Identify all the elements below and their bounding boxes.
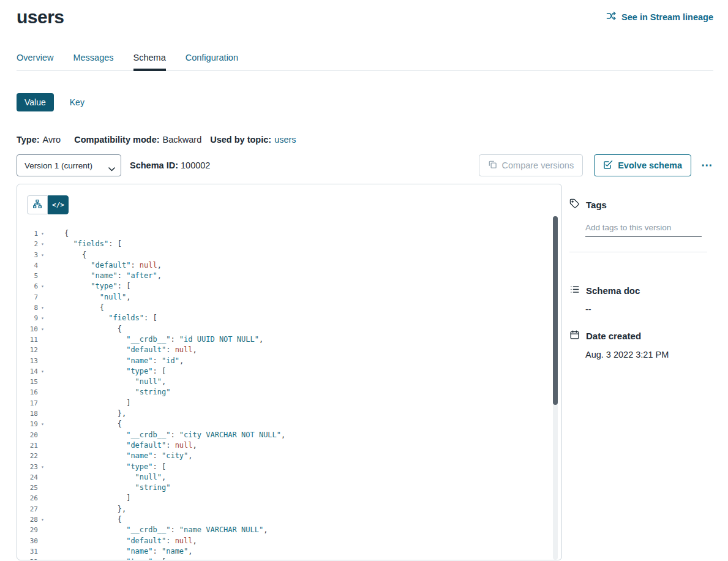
fold-spacer: [38, 546, 47, 557]
code-line: 16 "string": [17, 387, 561, 397]
code-line: 29 "__crdb__": "name VARCHAR NULL",: [17, 525, 561, 535]
code-line: 3▾ {: [17, 250, 561, 260]
date-created-value: Aug. 3 2022 3:21 PM: [585, 350, 711, 360]
value-toggle-button[interactable]: Value: [17, 93, 54, 111]
overflow-menu-button[interactable]: ⋯: [701, 154, 713, 176]
line-number: 28: [17, 514, 38, 525]
code-scrollbar[interactable]: [553, 216, 558, 560]
fold-toggle-icon[interactable]: ▾: [38, 303, 47, 313]
tab-configuration[interactable]: Configuration: [186, 53, 238, 70]
tags-section: Tags: [569, 198, 711, 252]
code-text: "name": "after",: [47, 271, 162, 281]
code-text: "fields": [: [47, 313, 157, 323]
tab-bar: Overview Messages Schema Configuration: [17, 53, 713, 70]
fold-toggle-icon[interactable]: ▾: [38, 228, 47, 239]
code-text: "__crdb__": "id UUID NOT NULL",: [47, 334, 263, 345]
code-text: {: [47, 324, 122, 334]
fold-spacer: [38, 377, 47, 387]
code-line: 6▾ "type": [: [17, 281, 561, 292]
code-line: 20 "__crdb__": "city VARCHAR NOT NULL",: [17, 430, 561, 440]
code-text: "default": null,: [47, 536, 197, 546]
compare-versions-label: Compare versions: [502, 160, 574, 170]
tags-header: Tags: [569, 198, 711, 211]
date-created-section: Date created Aug. 3 2022 3:21 PM: [569, 329, 711, 360]
line-number: 29: [17, 525, 38, 535]
line-number: 27: [17, 504, 38, 514]
code-text: "name": "id",: [47, 356, 184, 366]
code-view-button[interactable]: </>: [48, 195, 69, 214]
line-number: 5: [17, 271, 38, 281]
code-body: 1▾{2▾ "fields": [3▾ {4 "default": null,5…: [17, 216, 561, 560]
code-text: "name": "city",: [47, 451, 193, 461]
stream-lineage-link[interactable]: See in Stream lineage: [606, 11, 713, 23]
code-line: 11 "__crdb__": "id UUID NOT NULL",: [17, 334, 561, 345]
fold-toggle-icon[interactable]: ▾: [38, 281, 47, 292]
fold-toggle-icon[interactable]: ▾: [38, 419, 47, 429]
fold-spacer: [38, 387, 47, 397]
code-text: "type": [: [47, 557, 166, 560]
fold-spacer: [38, 345, 47, 355]
fold-toggle-icon[interactable]: ▾: [38, 239, 47, 249]
code-text: ]: [47, 493, 130, 503]
fold-toggle-icon[interactable]: ▾: [38, 514, 47, 525]
compare-versions-icon: [488, 160, 497, 171]
tag-icon: [569, 198, 580, 211]
fold-spacer: [38, 292, 47, 303]
schema-doc-section: Schema doc --: [569, 284, 711, 314]
code-line: 13 "name": "id",: [17, 356, 561, 366]
code-line: 22 "name": "city",: [17, 451, 561, 461]
fold-spacer: [38, 409, 47, 419]
version-select[interactable]: Version 1 (current): [17, 154, 121, 176]
fold-spacer: [38, 472, 47, 483]
fold-toggle-icon[interactable]: ▾: [38, 324, 47, 334]
code-text: },: [47, 409, 126, 419]
schema-doc-title: Schema doc: [586, 285, 640, 296]
stream-lineage-label: See in Stream lineage: [621, 12, 713, 22]
type-label: Type:: [17, 135, 40, 145]
line-number: 1: [17, 228, 38, 239]
code-view-toggle: </>: [27, 195, 69, 214]
fold-toggle-icon[interactable]: ▾: [38, 462, 47, 472]
code-line: 2▾ "fields": [: [17, 239, 561, 249]
evolve-schema-button[interactable]: Evolve schema: [594, 154, 691, 176]
fold-toggle-icon[interactable]: ▾: [38, 313, 47, 323]
fold-spacer: [38, 271, 47, 281]
version-select-wrap: Version 1 (current): [17, 154, 121, 176]
controls-row: Version 1 (current) Schema ID: 100002 Co…: [17, 154, 713, 176]
fold-toggle-icon[interactable]: ▾: [38, 250, 47, 260]
add-tags-input[interactable]: [585, 220, 702, 237]
code-scrollbar-thumb[interactable]: [553, 216, 558, 405]
code-line: 31 "name": "name",: [17, 546, 561, 557]
compare-versions-button[interactable]: Compare versions: [479, 154, 584, 176]
evolve-schema-label: Evolve schema: [618, 160, 682, 170]
line-number: 25: [17, 483, 38, 493]
key-toggle-link[interactable]: Key: [70, 97, 84, 107]
tree-view-icon: [32, 199, 42, 211]
fold-toggle-icon[interactable]: ▾: [38, 366, 47, 377]
tab-schema[interactable]: Schema: [133, 53, 166, 70]
tab-overview[interactable]: Overview: [17, 53, 53, 70]
code-text: "null",: [47, 292, 130, 303]
line-number: 26: [17, 493, 38, 503]
topic-link[interactable]: users: [274, 135, 296, 145]
tree-view-button[interactable]: [27, 195, 48, 214]
line-number: 23: [17, 462, 38, 472]
line-number: 13: [17, 356, 38, 366]
line-number: 19: [17, 419, 38, 429]
tab-messages[interactable]: Messages: [73, 53, 113, 70]
code-line: 27 },: [17, 504, 561, 514]
code-text: "null",: [47, 472, 166, 483]
code-text: {: [47, 419, 122, 429]
line-number: 20: [17, 430, 38, 440]
line-number: 30: [17, 536, 38, 546]
code-line: 15 "null",: [17, 377, 561, 387]
fold-spacer: [38, 356, 47, 366]
schema-doc-header: Schema doc: [569, 284, 711, 296]
line-number: 10: [17, 324, 38, 334]
line-number: 12: [17, 345, 38, 355]
code-line: 5 "name": "after",: [17, 271, 561, 281]
code-line: 26 ]: [17, 493, 561, 503]
code-line: 1▾{: [17, 228, 561, 239]
fold-toggle-icon[interactable]: ▾: [38, 557, 47, 560]
stream-lineage-icon: [606, 11, 617, 23]
